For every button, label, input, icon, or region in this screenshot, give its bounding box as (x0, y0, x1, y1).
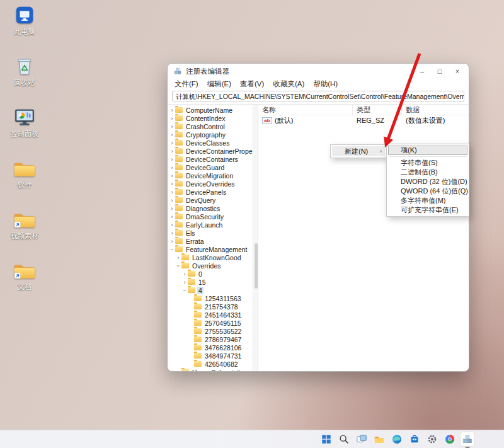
submenu-item-3[interactable]: QWORD (64 位)值(Q) (388, 187, 467, 196)
submenu-item-5[interactable]: 可扩充字符串值(E) (388, 205, 467, 215)
chevron-collapsed-icon[interactable]: › (169, 181, 175, 187)
tree-node-15[interactable]: ›15 (168, 278, 253, 286)
menu-item-2[interactable]: 查看(V) (236, 79, 268, 89)
tree-pane: ›ComputerName›ContentIndex›CrashControl›… (168, 105, 253, 371)
tree-node-Els[interactable]: ›Els (168, 229, 253, 237)
chevron-collapsed-icon[interactable]: › (181, 271, 188, 277)
desktop-icon-folder-shortcut[interactable]: 视频素材 (4, 208, 45, 239)
chevron-collapsed-icon[interactable]: › (169, 115, 175, 122)
submenu-item-key[interactable]: 项(K) (388, 146, 467, 155)
taskbar-search-button[interactable] (336, 432, 352, 447)
tree-node-EarlyLaunch[interactable]: ›EarlyLaunch (168, 221, 253, 229)
tree-node-DeviceMigration[interactable]: ›DeviceMigration (168, 171, 253, 180)
submenu-item-2[interactable]: DWORD (32 位)值(D) (388, 177, 467, 187)
taskbar-task-view-button[interactable] (354, 432, 369, 447)
menu-item-1[interactable]: 编辑(E) (203, 79, 235, 89)
tree-node-DeviceGuard[interactable]: ›DeviceGuard (168, 163, 253, 171)
chevron-collapsed-icon[interactable]: › (169, 189, 175, 195)
chevron-expanded-icon[interactable]: › (169, 246, 175, 253)
maximize-button[interactable]: □ (431, 65, 449, 78)
tree-node-DeviceContainerPropertyUpda[interactable]: ›DeviceContainerPropertyUpda (168, 147, 253, 155)
tree-node-Overrides[interactable]: ›Overrides (168, 261, 253, 270)
tree-node-DeviceClasses[interactable]: ›DeviceClasses (168, 139, 253, 147)
tree-node-Errata[interactable]: ›Errata (168, 237, 253, 245)
tree-node-2570495115[interactable]: 2570495115 (168, 319, 253, 327)
chevron-collapsed-icon[interactable]: › (175, 369, 181, 372)
monitor-icon (13, 106, 37, 129)
context-menu-new[interactable]: 新建(N) › (332, 146, 385, 156)
chevron-collapsed-icon[interactable]: › (169, 132, 175, 138)
desktop-icon-pc[interactable]: 此电脑 (4, 4, 45, 35)
chevron-collapsed-icon[interactable]: › (169, 205, 175, 212)
tree-node-4[interactable]: ›4 (168, 286, 253, 294)
tree-node-426540682[interactable]: 426540682 (168, 360, 253, 368)
chevron-collapsed-icon[interactable]: › (169, 214, 175, 220)
taskbar-edge-button[interactable] (389, 432, 404, 447)
tree-node-1254311563[interactable]: 1254311563 (168, 294, 253, 302)
taskbar-file-explorer-button[interactable] (372, 432, 387, 447)
tree-scrollbar[interactable] (253, 105, 258, 371)
scrollbar-thumb[interactable] (255, 243, 258, 289)
tree-node-215754378[interactable]: 215754378 (168, 302, 253, 311)
chevron-collapsed-icon[interactable]: › (169, 238, 175, 244)
chevron-collapsed-icon[interactable]: › (175, 255, 181, 261)
tree-node-Diagnostics[interactable]: ›Diagnostics (168, 204, 253, 212)
tree-node-2786979467[interactable]: 2786979467 (168, 335, 253, 343)
chevron-collapsed-icon[interactable]: › (181, 279, 188, 285)
desktop-icon-recycle-bin[interactable]: 回收站 (4, 55, 45, 86)
chevron-collapsed-icon[interactable]: › (169, 140, 175, 146)
folder-icon (194, 345, 202, 350)
chevron-collapsed-icon[interactable]: › (169, 173, 175, 179)
desktop-icon-folder-shortcut-2[interactable]: 文档 (4, 259, 45, 290)
tree-node-DevQuery[interactable]: ›DevQuery (168, 196, 253, 204)
chevron-collapsed-icon[interactable]: › (169, 156, 175, 163)
new-label: 新建(N) (345, 147, 368, 156)
tree-node-CrashControl[interactable]: ›CrashControl (168, 122, 253, 130)
tree-node-UsageSubscriptions[interactable]: ›UsageSubscriptions (168, 368, 253, 371)
chevron-expanded-icon[interactable]: › (181, 287, 188, 294)
desktop-icon-monitor[interactable]: 控制面板 (4, 106, 45, 137)
close-button[interactable]: × (449, 65, 466, 78)
menu-item-3[interactable]: 收藏夹(A) (269, 79, 308, 89)
chevron-collapsed-icon[interactable]: › (169, 164, 175, 171)
chevron-collapsed-icon[interactable]: › (169, 197, 175, 204)
taskbar-icons (319, 432, 475, 447)
chevron-collapsed-icon[interactable]: › (169, 148, 175, 154)
value-row-default[interactable]: ab (默认) REG_SZ (数值未设置) (258, 115, 469, 125)
tree-node-Cryptography[interactable]: ›Cryptography (168, 130, 253, 139)
taskbar-settings-button[interactable] (425, 432, 440, 447)
column-type[interactable]: 类型 (353, 105, 402, 115)
tree-node-DeviceOverrides[interactable]: ›DeviceOverrides (168, 180, 253, 188)
address-input[interactable]: 计算机\HKEY_LOCAL_MACHINE\SYSTEM\CurrentCon… (172, 91, 464, 101)
chevron-expanded-icon[interactable]: › (175, 263, 181, 269)
tree-node-DevicePanels[interactable]: ›DevicePanels (168, 188, 253, 196)
chevron-collapsed-icon[interactable]: › (169, 222, 175, 228)
tree-node-ComputerName[interactable]: ›ComputerName (168, 106, 253, 114)
submenu-item-0[interactable]: 字符串值(S) (388, 158, 467, 168)
menu-item-4[interactable]: 帮助(H) (309, 79, 341, 89)
tree-node-2451464331[interactable]: 2451464331 (168, 311, 253, 319)
tree-node-3476628106[interactable]: 3476628106 (168, 343, 253, 352)
submenu-item-4[interactable]: 多字符串值(M) (388, 196, 467, 205)
taskbar-browser-button[interactable] (442, 432, 457, 447)
chevron-collapsed-icon[interactable]: › (169, 123, 175, 130)
desktop-icon-folder[interactable]: 软件 (4, 157, 45, 188)
tree-node-LastKnownGood[interactable]: ›LastKnownGood (168, 253, 253, 261)
column-data[interactable]: 数据 (402, 105, 469, 115)
tree-node-3484974731[interactable]: 3484974731 (168, 352, 253, 360)
tree-node-FeatureManagement[interactable]: ›FeatureManagement (168, 245, 253, 253)
tree-node-ContentIndex[interactable]: ›ContentIndex (168, 114, 253, 122)
taskbar-regedit-button[interactable] (460, 432, 475, 447)
menu-item-0[interactable]: 文件(F) (171, 79, 202, 89)
taskbar-store-button[interactable] (407, 432, 422, 447)
column-name[interactable]: 名称 (258, 105, 353, 115)
chevron-collapsed-icon[interactable]: › (169, 107, 175, 113)
submenu-item-1[interactable]: 二进制值(B) (388, 168, 467, 177)
tree-node-2755536522[interactable]: 2755536522 (168, 327, 253, 335)
tree-node-DeviceContainers[interactable]: ›DeviceContainers (168, 155, 253, 163)
minimize-button[interactable]: – (413, 65, 431, 78)
tree-node-DmaSecurity[interactable]: ›DmaSecurity (168, 212, 253, 221)
chevron-collapsed-icon[interactable]: › (169, 230, 175, 236)
tree-node-0[interactable]: ›0 (168, 270, 253, 278)
taskbar-start-button[interactable] (319, 432, 334, 447)
